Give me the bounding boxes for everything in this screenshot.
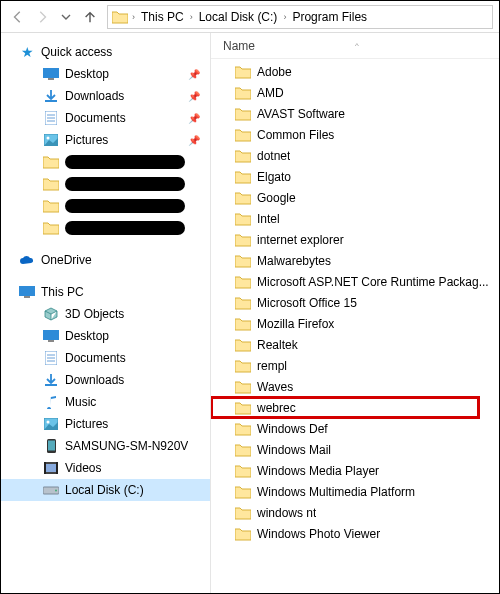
forward-button[interactable]	[31, 6, 53, 28]
folder-row[interactable]: Waves	[211, 376, 499, 397]
nav-label: Documents	[65, 351, 126, 365]
nav-downloads[interactable]: Downloads 📌	[1, 85, 210, 107]
nav-label: Downloads	[65, 373, 124, 387]
pictures-icon	[43, 416, 59, 432]
nav-quick-access[interactable]: ★ Quick access	[1, 41, 210, 63]
folder-row[interactable]: Windows Media Player	[211, 460, 499, 481]
folder-row[interactable]: rempl	[211, 355, 499, 376]
nav-downloads-2[interactable]: Downloads	[1, 369, 210, 391]
folder-icon	[235, 148, 251, 164]
nav-redacted-3[interactable]	[1, 195, 210, 217]
folder-row[interactable]: internet explorer	[211, 229, 499, 250]
nav-label: Videos	[65, 461, 101, 475]
folder-row[interactable]: Realtek	[211, 334, 499, 355]
column-header-row: Name ^	[211, 33, 499, 59]
breadcrumb-this-pc[interactable]: This PC	[139, 10, 186, 24]
cloud-icon	[19, 252, 35, 268]
back-button[interactable]	[7, 6, 29, 28]
svg-point-17	[47, 421, 50, 424]
nav-desktop-2[interactable]: Desktop	[1, 325, 210, 347]
folder-name: Adobe	[257, 65, 292, 79]
phone-icon	[43, 438, 59, 454]
nav-local-disk-c[interactable]: Local Disk (C:)	[1, 479, 210, 501]
column-header-name[interactable]: Name	[223, 39, 255, 53]
folder-icon	[43, 176, 59, 192]
star-icon: ★	[19, 44, 35, 60]
nav-onedrive[interactable]: OneDrive	[1, 249, 210, 271]
folder-name: AVAST Software	[257, 107, 345, 121]
nav-pictures[interactable]: Pictures 📌	[1, 129, 210, 151]
nav-label: This PC	[41, 285, 84, 299]
folder-row[interactable]: Adobe	[211, 61, 499, 82]
folder-row[interactable]: Malwarebytes	[211, 250, 499, 271]
nav-label: Desktop	[65, 329, 109, 343]
content-pane: Name ^ AdobeAMDAVAST SoftwareCommon File…	[211, 33, 499, 593]
svg-rect-10	[43, 330, 59, 340]
folder-row[interactable]: Intel	[211, 208, 499, 229]
nav-label: Pictures	[65, 133, 108, 147]
folder-name: internet explorer	[257, 233, 344, 247]
folder-row[interactable]: windows nt	[211, 502, 499, 523]
folder-row[interactable]: AMD	[211, 82, 499, 103]
folder-icon	[235, 442, 251, 458]
folder-icon	[235, 253, 251, 269]
nav-label: Documents	[65, 111, 126, 125]
nav-documents[interactable]: Documents 📌	[1, 107, 210, 129]
folder-row[interactable]: Elgato	[211, 166, 499, 187]
folder-name: Mozilla Firefox	[257, 317, 334, 331]
folder-name: Intel	[257, 212, 280, 226]
nav-redacted-1[interactable]	[1, 151, 210, 173]
folder-row[interactable]: dotnet	[211, 145, 499, 166]
nav-redacted-4[interactable]	[1, 217, 210, 239]
folder-name: Waves	[257, 380, 293, 394]
folder-name: rempl	[257, 359, 287, 373]
pin-icon: 📌	[188, 113, 200, 124]
nav-3d-objects[interactable]: 3D Objects	[1, 303, 210, 325]
folder-row[interactable]: Windows Photo Viewer	[211, 523, 499, 544]
folder-icon	[235, 274, 251, 290]
nav-documents-2[interactable]: Documents	[1, 347, 210, 369]
breadcrumb-program-files[interactable]: Program Files	[290, 10, 369, 24]
pin-icon: 📌	[188, 69, 200, 80]
folder-icon	[112, 9, 128, 25]
document-icon	[43, 350, 59, 366]
folder-name: Windows Media Player	[257, 464, 379, 478]
folder-row[interactable]: Microsoft ASP.NET Core Runtime Packag...	[211, 271, 499, 292]
nav-videos[interactable]: Videos	[1, 457, 210, 479]
drive-icon	[43, 482, 59, 498]
folder-row[interactable]: webrec	[211, 397, 479, 418]
folder-row[interactable]: Google	[211, 187, 499, 208]
recent-dropdown[interactable]	[55, 6, 77, 28]
folder-name: AMD	[257, 86, 284, 100]
folder-row[interactable]: Windows Multimedia Platform	[211, 481, 499, 502]
navigation-pane: ★ Quick access Desktop 📌 Downloads 📌 Doc…	[1, 33, 211, 593]
folder-row[interactable]: AVAST Software	[211, 103, 499, 124]
folder-name: Realtek	[257, 338, 298, 352]
document-icon	[43, 110, 59, 126]
pin-icon: 📌	[188, 135, 200, 146]
nav-redacted-2[interactable]	[1, 173, 210, 195]
svg-rect-11	[48, 340, 54, 342]
breadcrumb-local-disk[interactable]: Local Disk (C:)	[197, 10, 280, 24]
nav-pictures-2[interactable]: Pictures	[1, 413, 210, 435]
folder-icon	[235, 358, 251, 374]
nav-samsung-device[interactable]: SAMSUNG-SM-N920V	[1, 435, 210, 457]
folder-row[interactable]: Windows Mail	[211, 439, 499, 460]
svg-rect-21	[45, 464, 57, 472]
nav-music[interactable]: Music	[1, 391, 210, 413]
nav-this-pc[interactable]: This PC	[1, 281, 210, 303]
folder-row[interactable]: Windows Def	[211, 418, 499, 439]
folder-row[interactable]: Common Files	[211, 124, 499, 145]
address-bar[interactable]: › This PC › Local Disk (C:) › Program Fi…	[107, 5, 493, 29]
folder-icon	[235, 127, 251, 143]
folder-row[interactable]: Microsoft Office 15	[211, 292, 499, 313]
nav-desktop[interactable]: Desktop 📌	[1, 63, 210, 85]
up-button[interactable]	[79, 6, 101, 28]
folder-icon	[235, 232, 251, 248]
svg-rect-1	[48, 78, 54, 80]
chevron-right-icon: ›	[281, 12, 288, 22]
pin-icon: 📌	[188, 91, 200, 102]
folder-name: windows nt	[257, 506, 316, 520]
folder-name: Microsoft Office 15	[257, 296, 357, 310]
folder-row[interactable]: Mozilla Firefox	[211, 313, 499, 334]
